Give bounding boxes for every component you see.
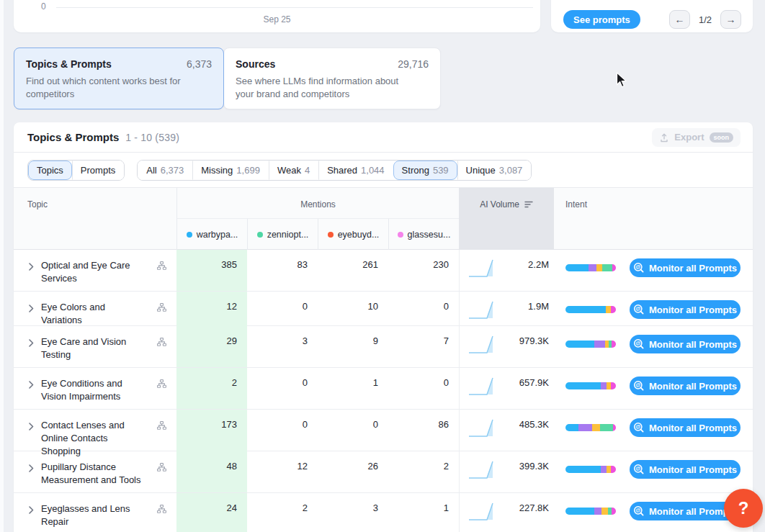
intent-segment [606, 306, 611, 313]
topic-name[interactable]: Eye Care and Vision Testing [41, 335, 142, 361]
prev-page-button[interactable]: ← [669, 10, 690, 29]
chart-x-tick: Sep 25 [14, 14, 540, 24]
intent-segment [612, 264, 616, 271]
filter-tab-all[interactable]: All6,373 [138, 161, 192, 180]
export-icon [659, 132, 669, 143]
monitor-button-label: Monitor all Prompts [649, 464, 737, 475]
intent-cell [554, 250, 630, 271]
mouse-cursor [616, 72, 628, 91]
brand-header-3[interactable]: eyebuyd... [318, 219, 388, 250]
monitor-all-prompts-button[interactable]: @Monitor all Prompts [630, 335, 741, 353]
topic-hierarchy-icon[interactable] [157, 336, 166, 349]
topic-name[interactable]: Eye Conditions and Vision Impairments [41, 377, 142, 403]
monitor-prompts-icon: @ [633, 422, 645, 433]
monitor-all-prompts-button[interactable]: @Monitor all Prompts [630, 460, 741, 479]
monitor-button-label: Monitor all Prompts [649, 305, 737, 315]
view-tab-topics[interactable]: Topics [28, 161, 72, 180]
topic-name[interactable]: Eyeglasses and Lens Repair [41, 502, 142, 528]
intent-segment [611, 382, 616, 389]
filter-tab-count: 539 [433, 165, 449, 176]
svg-text:@: @ [635, 340, 640, 346]
topic-hierarchy-icon[interactable] [157, 260, 166, 273]
topic-name[interactable]: Eye Colors and Variations [41, 301, 142, 327]
topic-cell: Eye Conditions and Vision Impairments [14, 368, 176, 403]
intent-distribution-bar [565, 341, 616, 348]
expand-chevron-icon[interactable] [29, 462, 34, 487]
intent-distribution-bar [565, 424, 616, 431]
intent-segment [565, 508, 594, 515]
brand-header-4[interactable]: glassesu... [388, 219, 459, 250]
expand-chevron-icon[interactable] [29, 504, 34, 528]
ai-volume-cell: 1.9M [459, 292, 554, 327]
topic-hierarchy-icon[interactable] [157, 461, 166, 474]
intent-cell [554, 493, 630, 515]
filter-tab-weak[interactable]: Weak4 [269, 161, 318, 180]
monitor-prompts-icon: @ [633, 338, 645, 350]
nav-card-topics-prompts[interactable]: Topics & Prompts 6,373 Find out which co… [14, 48, 224, 109]
intent-segment [592, 424, 600, 431]
topic-hierarchy-icon[interactable] [157, 420, 166, 433]
intent-cell [554, 326, 630, 348]
prompts-actions-card: See prompts ← 1/2 → [551, 0, 753, 32]
next-page-button[interactable]: → [720, 10, 741, 29]
monitor-all-prompts-button[interactable]: @Monitor all Prompts [630, 300, 741, 319]
monitor-all-prompts-button[interactable]: @Monitor all Prompts [630, 377, 741, 395]
expand-chevron-icon[interactable] [29, 302, 34, 327]
topic-hierarchy-icon[interactable] [157, 378, 166, 391]
intent-segment [565, 306, 606, 313]
mention-count-3: 261 [318, 250, 388, 291]
intent-segment [601, 466, 607, 473]
topic-name[interactable]: Optical and Eye Care Services [41, 259, 142, 285]
intent-cell [554, 410, 630, 431]
mention-count-3: 26 [318, 451, 388, 492]
mention-count-1: 24 [176, 493, 247, 532]
filter-tab-count: 3,087 [499, 165, 523, 176]
monitor-button-label: Monitor all Prompts [649, 381, 737, 392]
export-label: Export [674, 132, 704, 143]
brand-header-2[interactable]: zenniopt... [247, 219, 318, 250]
brand-header-1[interactable]: warbypa... [176, 219, 247, 250]
intent-segment [601, 382, 607, 389]
filter-tab-unique[interactable]: Unique3,087 [457, 161, 532, 180]
intent-segment [565, 466, 601, 473]
page-indicator: 1/2 [699, 14, 712, 25]
topic-name[interactable]: Pupillary Distance Measurement and Tools [41, 461, 142, 487]
ai-volume-value: 979.3K [519, 335, 549, 346]
export-button[interactable]: Export soon [652, 128, 741, 147]
mention-count-4: 86 [388, 410, 459, 458]
filter-tab-missing[interactable]: Missing1,699 [192, 161, 269, 180]
filter-tab-shared[interactable]: Shared1,044 [318, 161, 393, 180]
topic-cell: Contact Lenses and Online Contacts Shopp… [14, 410, 176, 458]
view-tab-prompts[interactable]: Prompts [72, 161, 124, 180]
mention-count-2: 3 [247, 326, 318, 367]
monitor-cell: @Monitor all Prompts [630, 326, 753, 353]
monitor-all-prompts-button[interactable]: @Monitor all Prompts [630, 418, 741, 437]
topic-hierarchy-icon[interactable] [157, 503, 166, 516]
expand-chevron-icon[interactable] [29, 261, 34, 285]
expand-chevron-icon[interactable] [29, 379, 34, 403]
column-topic[interactable]: Topic [14, 188, 176, 250]
mention-count-4: 0 [388, 292, 459, 327]
nav-card-description: See where LLMs find information about yo… [236, 75, 416, 101]
filter-tab-strong[interactable]: Strong539 [393, 161, 457, 180]
see-prompts-button[interactable]: See prompts [563, 10, 640, 29]
topic-hierarchy-icon[interactable] [157, 302, 166, 315]
expand-chevron-icon[interactable] [29, 337, 34, 361]
nav-card-sources[interactable]: Sources 29,716 See where LLMs find infor… [223, 48, 441, 109]
chart-gridline [56, 7, 533, 8]
monitor-prompts-icon: @ [633, 304, 645, 315]
strength-filter: All6,373Missing1,699Weak4Shared1,044Stro… [137, 160, 532, 181]
intent-distribution-bar [565, 306, 616, 313]
trend-sparkline [460, 292, 498, 321]
intent-segment [611, 466, 616, 473]
table-row: Pupillary Distance Measurement and Tools… [14, 451, 753, 493]
ai-volume-value: 399.3K [519, 461, 549, 472]
table-header: Topics & Prompts 1 - 10 (539) Export soo… [14, 122, 753, 153]
help-button[interactable]: ? [724, 489, 763, 528]
ai-volume-value: 657.9K [519, 377, 549, 388]
filter-tab-label: Missing [201, 165, 233, 176]
column-ai-volume[interactable]: AI Volume [459, 188, 554, 250]
ai-volume-value: 2.2M [528, 259, 549, 270]
intent-segment [596, 264, 602, 271]
monitor-all-prompts-button[interactable]: @Monitor all Prompts [630, 258, 741, 277]
